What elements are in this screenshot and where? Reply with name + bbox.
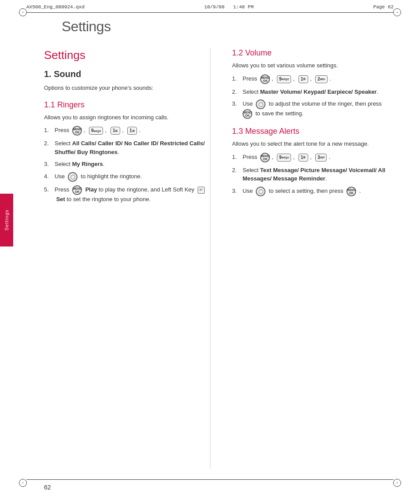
key-1a-v: 1⚙: [298, 75, 308, 83]
right-column: 1.2 Volume Allows you to set various vol…: [228, 48, 394, 469]
msg-step-2-bold: Text Message/ Picture Message/ Voicemail…: [243, 167, 385, 182]
page-title-top: Settings: [62, 18, 111, 35]
vol-step-2-bold: Master Volume/ Keypad/ Earpiece/ Speaker: [260, 88, 377, 95]
vol-step-1: 1. Press MENUOK , 9wxyz , 1⚙ , 2abc .: [232, 74, 394, 84]
key-menu-ok: MENUOK: [72, 126, 82, 136]
reg-mark-bottom-left: [18, 478, 27, 487]
key-2abc-v: 2abc: [315, 75, 328, 83]
msg-step-1: 1. Press MENUOK , 9wxyz , 1⚙ , 3def .: [232, 153, 394, 162]
reg-mark-top-left: [18, 8, 27, 17]
side-tab: Settings: [0, 194, 13, 246]
key-1b: 1⚙: [127, 127, 137, 135]
key-menu-msg3: MENUOK: [346, 187, 356, 196]
key-nav-msg: ◯: [256, 187, 265, 196]
key-9wxyz-m: 9wxyz: [277, 154, 291, 162]
page-container: AX500_Eng_080924.qxd 10/9/08 1:48 PM Pag…: [0, 0, 420, 504]
step-1-3: 3. Select My Ringers.: [44, 160, 206, 169]
sub1-heading: 1.1 Ringers: [44, 100, 206, 110]
header-filename: AX500_Eng_080924.qxd: [26, 4, 85, 10]
key-3def-m: 3def: [315, 154, 327, 162]
sub3-heading: 1.3 Message Alerts: [232, 127, 394, 136]
sub2-heading: 1.2 Volume: [232, 48, 394, 58]
key-9wxyz-v: 9wxyz: [277, 75, 291, 83]
side-tab-text: Settings: [4, 210, 9, 231]
section1-intro: Options to customize your phone's sounds…: [44, 84, 206, 92]
header-bar: AX500_Eng_080924.qxd 10/9/08 1:48 PM Pag…: [26, 4, 394, 10]
main-heading: Settings: [44, 48, 206, 62]
left-column: Settings 1. Sound Options to customize y…: [44, 48, 210, 469]
key-menu-vol1: MENUOK: [260, 74, 270, 84]
reg-mark-bottom-right: [393, 478, 402, 487]
sub3-intro: Allows you to select the alert tone for …: [232, 140, 394, 148]
step-1-5: 5. Press MENUOK Play to play the rington…: [44, 185, 206, 204]
key-menu-ok-5: MENUOK: [72, 185, 82, 195]
key-1a-m: 1⚙: [298, 154, 308, 162]
vol-step-3: 3. Use ◯ to adjust the volume of the rin…: [232, 99, 394, 119]
key-9wxyz: 9wxyz: [89, 127, 103, 135]
border-top: [26, 12, 394, 13]
sub2-intro: Allows you to set various volume setting…: [232, 61, 394, 70]
key-nav-vol: ◯: [256, 99, 265, 109]
key-menu-msg1: MENUOK: [260, 153, 270, 162]
key-1a: 1⚙: [111, 127, 120, 135]
sub1-intro: Allows you to assign ringtones for incom…: [44, 113, 206, 122]
play-bold: Play: [85, 186, 97, 193]
section1-heading: 1. Sound: [44, 69, 206, 79]
page-number: 62: [44, 484, 51, 491]
key-menu-vol3: MENUOK: [243, 109, 252, 119]
step-1-2: 2. Select All Calls/ Caller ID/ No Calle…: [44, 139, 206, 156]
msg-step-2: 2. Select Text Message/ Picture Message/…: [232, 166, 394, 183]
step-1-3-bold: My Ringers: [72, 161, 103, 167]
border-bottom: [26, 479, 394, 480]
msg-step-3: 3. Use ◯ to select a setting, then press…: [232, 187, 394, 196]
step-1-2-bold: All Calls/ Caller ID/ No Caller ID/ Rest…: [55, 140, 205, 155]
set-bold: Set: [56, 196, 65, 202]
step-1-4: 4. Use ◯ to highlight the ringtone.: [44, 172, 206, 182]
reg-mark-top-right: [393, 8, 402, 17]
content-area: Settings 1. Sound Options to customize y…: [44, 48, 394, 469]
header-datetime: 10/9/08 1:48 PM: [204, 4, 254, 10]
vol-step-2: 2. Select Master Volume/ Keypad/ Earpiec…: [232, 88, 394, 96]
step-1-1: 1. Press MENUOK , 9wxyz , 1⚙ , 1⚙ .: [44, 126, 206, 136]
key-softkey-set: ↵: [198, 187, 205, 194]
key-nav-ring: ◯: [68, 172, 77, 182]
header-page: Page 62: [373, 4, 394, 10]
